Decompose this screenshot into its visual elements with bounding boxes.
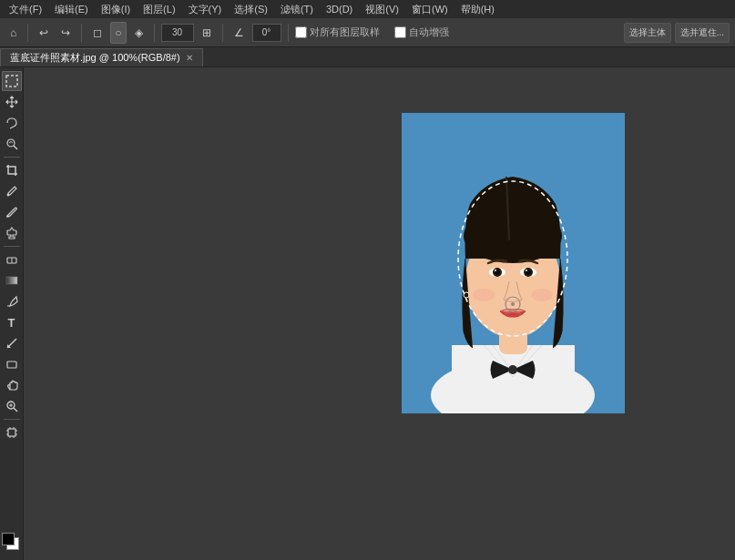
- menu-image[interactable]: 图像(I): [96, 2, 136, 17]
- canvas-area: @keyframes marchAnts { 0% { stroke-dasho…: [24, 67, 735, 560]
- home-btn[interactable]: ⌂: [5, 22, 21, 44]
- menu-3d[interactable]: 3D(D): [321, 3, 358, 15]
- artboard-icon: [5, 426, 18, 439]
- menu-layer[interactable]: 图层(L): [138, 2, 180, 17]
- redo-btn[interactable]: ↪: [56, 22, 75, 44]
- menu-help[interactable]: 帮助(H): [455, 2, 500, 17]
- menu-window[interactable]: 窗口(W): [406, 2, 454, 17]
- angle-input[interactable]: 0°: [252, 24, 281, 42]
- apply-all-layers-label[interactable]: 对所有图层取样: [295, 25, 380, 39]
- tool-lasso[interactable]: [2, 113, 22, 133]
- svg-line-11: [14, 408, 17, 412]
- tool-brush[interactable]: [2, 202, 22, 222]
- menu-bar: 文件(F) 编辑(E) 图像(I) 图层(L) 文字(Y) 选择(S) 滤镜(T…: [0, 0, 735, 18]
- photo-background: @keyframes marchAnts { 0% { stroke-dasho…: [402, 113, 625, 413]
- quick-select-icon: [5, 137, 18, 150]
- gradient-icon: [5, 274, 18, 287]
- selection-icon: [5, 75, 18, 87]
- tab-label: 蓝底证件照素材.jpg @ 100%(RGB/8#): [10, 51, 180, 65]
- svg-rect-14: [8, 429, 15, 436]
- menu-file[interactable]: 文件(F): [4, 2, 47, 17]
- svg-point-3: [6, 194, 9, 197]
- svg-point-26: [508, 365, 517, 374]
- lasso-icon: [5, 117, 18, 129]
- tool-artboard[interactable]: [2, 423, 22, 443]
- sep3: [154, 24, 155, 42]
- options-toolbar: ⌂ ↩ ↪ ◻ ○ ◈ 30 ⊞ ∠ 0° 对所有图层取样 自动增强 选择主体 …: [0, 18, 735, 47]
- menu-text[interactable]: 文字(Y): [183, 2, 228, 17]
- svg-rect-9: [7, 361, 16, 368]
- auto-enhance-checkbox[interactable]: [394, 26, 406, 38]
- portrait-svg: [402, 113, 625, 413]
- brush-type-3[interactable]: ◈: [130, 22, 148, 44]
- tool-gradient[interactable]: [2, 270, 22, 290]
- undo-btn[interactable]: ↩: [35, 22, 53, 44]
- svg-point-37: [526, 270, 527, 271]
- tool-shape[interactable]: [2, 354, 22, 374]
- color-swatches: [2, 533, 22, 553]
- crop-icon: [5, 164, 18, 177]
- apply-all-layers-checkbox[interactable]: [295, 26, 307, 38]
- select-subject-btn[interactable]: 选择主体: [624, 23, 671, 43]
- tool-eyedropper[interactable]: [2, 181, 22, 201]
- tool-hand[interactable]: [2, 375, 22, 395]
- brush-type-2[interactable]: ○: [110, 22, 126, 44]
- menu-view[interactable]: 视图(V): [360, 2, 404, 17]
- tool-eraser[interactable]: [2, 249, 22, 270]
- brush-size-icon: ⊞: [198, 22, 216, 44]
- brush-type-1[interactable]: ◻: [88, 22, 107, 44]
- svg-point-4: [6, 216, 8, 218]
- pen-icon: [5, 295, 18, 308]
- hand-icon: [5, 379, 18, 392]
- zoom-icon: [5, 400, 18, 412]
- eraser-icon: [5, 253, 18, 266]
- tool-sep-2: [4, 246, 20, 247]
- svg-line-2: [14, 146, 17, 149]
- foreground-color-swatch[interactable]: [2, 533, 15, 545]
- tab-bar: 蓝底证件照素材.jpg @ 100%(RGB/8#) ✕: [0, 47, 735, 67]
- tool-move[interactable]: [2, 92, 22, 112]
- tab-main[interactable]: 蓝底证件照素材.jpg @ 100%(RGB/8#) ✕: [0, 48, 203, 66]
- move-icon: [5, 96, 18, 108]
- sep5: [288, 24, 289, 42]
- svg-point-41: [473, 289, 495, 301]
- tool-sep-3: [4, 419, 20, 420]
- svg-point-1: [7, 139, 15, 147]
- photo-container: @keyframes marchAnts { 0% { stroke-dasho…: [402, 113, 625, 413]
- tool-selection[interactable]: [2, 71, 22, 91]
- tool-text[interactable]: T: [2, 312, 22, 332]
- tool-quick-select[interactable]: [2, 134, 22, 154]
- color-swatch-pair[interactable]: [2, 533, 22, 553]
- svg-rect-25: [452, 345, 575, 413]
- main-layout: T: [0, 67, 735, 560]
- angle-icon: ∠: [230, 22, 249, 44]
- left-toolbar: T: [0, 67, 24, 560]
- tool-path-select[interactable]: [2, 333, 22, 353]
- eyedropper-icon: [5, 185, 18, 198]
- svg-point-39: [511, 302, 515, 306]
- brush-size-input[interactable]: 30: [161, 24, 194, 42]
- select-and-mask-btn[interactable]: 选并遮住...: [675, 23, 730, 43]
- svg-point-33: [495, 270, 496, 271]
- text-tool-icon: T: [8, 316, 15, 330]
- tool-pen[interactable]: [2, 291, 22, 311]
- auto-enhance-label[interactable]: 自动增强: [394, 25, 449, 39]
- shape-icon: [5, 358, 18, 371]
- sep4: [222, 24, 223, 42]
- menu-select[interactable]: 选择(S): [229, 2, 273, 17]
- menu-edit[interactable]: 编辑(E): [49, 2, 94, 17]
- svg-rect-7: [6, 277, 17, 284]
- tool-zoom[interactable]: [2, 396, 22, 416]
- brush-icon: [5, 206, 18, 219]
- sep2: [81, 24, 82, 42]
- sep1: [27, 24, 28, 42]
- svg-point-42: [531, 289, 553, 301]
- tool-stamp[interactable]: [2, 223, 22, 243]
- stamp-icon: [5, 227, 18, 239]
- tool-sep-1: [4, 157, 20, 158]
- tab-close-btn[interactable]: ✕: [186, 53, 193, 63]
- tool-crop[interactable]: [2, 160, 22, 180]
- svg-rect-0: [6, 76, 17, 87]
- menu-filter[interactable]: 滤镜(T): [275, 2, 319, 17]
- path-select-icon: [5, 337, 18, 350]
